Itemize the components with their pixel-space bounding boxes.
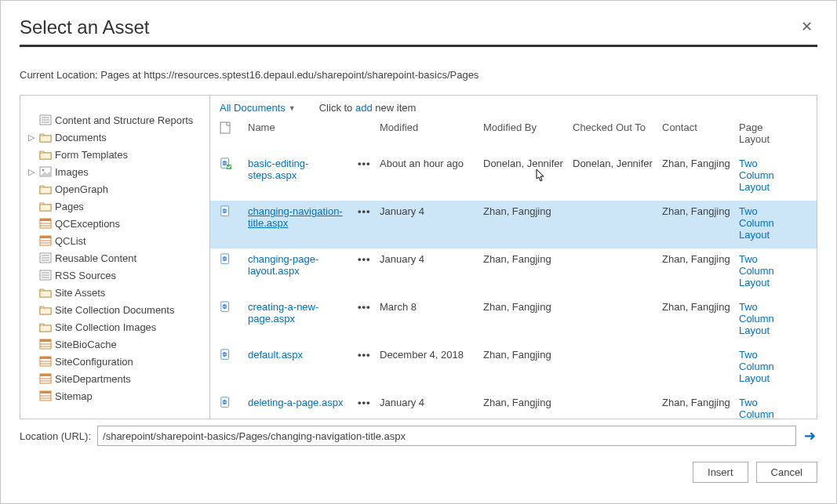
header-type[interactable] [220,121,248,145]
header-layout[interactable]: Page Layout [739,121,788,145]
page-icon [220,158,248,172]
svg-rect-15 [40,236,51,238]
view-selector-label: All Documents [220,102,286,114]
tree-item[interactable]: Sitemap [27,387,203,404]
row-layout-link[interactable]: Two Column Layout [739,397,788,419]
row-modifiedby: Zhan, Fangjing [483,301,573,313]
row-layout-link[interactable]: Two Column Layout [739,301,788,336]
row-name-link[interactable]: deleting-a-page.aspx [248,397,358,408]
folder-icon [39,131,52,143]
row-modified: January 4 [380,397,483,408]
close-button[interactable]: ✕ [796,16,817,37]
row-modified: January 4 [380,253,483,265]
tree-item-label: Form Templates [55,149,128,161]
row-menu-button[interactable]: ••• [358,205,380,217]
tree-item[interactable]: Site Collection Documents [27,301,203,318]
tree-item[interactable]: Site Assets [27,284,203,301]
tree-item-label: Site Assets [55,287,105,299]
table-row[interactable]: default.aspx•••December 4, 2018Zhan, Fan… [210,344,817,392]
row-checkedout: Donelan, Jennifer [573,158,662,169]
table-row[interactable]: creating-a-new-page.aspx•••March 8Zhan, … [210,296,817,344]
svg-rect-38 [40,374,51,376]
row-modified: January 4 [380,205,483,217]
row-modifiedby: Zhan, Fangjing [483,397,573,408]
row-name-link[interactable]: changing-navigation-title.aspx [248,205,358,229]
svg-rect-5 [40,153,51,159]
folder-icon [39,303,52,316]
insert-button[interactable]: Insert [693,462,748,483]
row-layout-link[interactable]: Two Column Layout [739,349,788,384]
tree-item[interactable]: OpenGraph [27,180,203,198]
row-modified: December 4, 2018 [380,349,483,361]
row-layout-link[interactable]: Two Column Layout [739,158,788,193]
row-contact: Zhan, Fangjing [662,253,739,265]
tree-item[interactable]: SiteConfiguration [27,353,203,370]
list-icon [39,252,52,264]
row-menu-button[interactable]: ••• [358,158,380,169]
tree-item-label: OpenGraph [55,183,108,195]
svg-rect-4 [40,136,51,142]
row-menu-button[interactable]: ••• [358,349,380,361]
tree-item-label: Documents [55,132,107,143]
row-menu-button[interactable]: ••• [358,253,380,265]
add-new-item[interactable]: Click to add new item [319,102,417,114]
tree-item-label: SiteConfiguration [55,356,133,368]
expand-icon[interactable]: ▷ [27,132,36,143]
row-contact: Zhan, Fangjing [662,397,739,408]
header-modified[interactable]: Modified [380,121,483,145]
tree-item[interactable]: Pages [27,198,203,215]
location-url-input[interactable] [97,426,796,446]
row-name-link[interactable]: changing-page-layout.aspx [248,253,358,277]
table-row[interactable]: changing-navigation-title.aspx•••January… [210,201,817,248]
column-headers: Name Modified Modified By Checked Out To… [210,121,817,153]
go-arrow-button[interactable]: ➜ [802,427,817,444]
row-name-link[interactable]: default.aspx [248,349,358,361]
add-prefix: Click to [319,102,355,114]
tree-item[interactable]: ▷Documents [27,129,203,146]
row-menu-button[interactable]: ••• [358,397,380,408]
folder-icon [39,183,52,195]
chevron-down-icon: ▼ [289,104,296,112]
tree-item[interactable]: QCList [27,232,203,249]
svg-rect-34 [40,357,51,359]
location-url-label: Location (URL): [20,430,91,442]
tree-item[interactable]: Site Collection Images [27,318,203,335]
row-menu-button[interactable]: ••• [358,301,380,313]
add-link: add [355,102,375,114]
header-checkedout[interactable]: Checked Out To [573,121,662,145]
svg-rect-8 [40,187,51,194]
svg-rect-42 [40,391,51,393]
tree-item[interactable]: Reusable Content [27,249,203,267]
table-row[interactable]: deleting-a-page.aspx•••January 4Zhan, Fa… [210,392,817,419]
tree-item[interactable]: SiteBioCache [27,335,203,353]
tree-item[interactable]: RSS Sources [27,267,203,284]
folder-icon [39,148,52,161]
svg-rect-45 [220,122,230,133]
dialog-title: Select an Asset [20,16,149,38]
current-location: Current Location: Pages at https://resou… [20,69,817,81]
row-name-link[interactable]: creating-a-new-page.aspx [248,301,358,325]
tree-item[interactable]: SiteDepartments [27,370,203,387]
tree-item[interactable]: Content and Structure Reports [27,111,203,129]
page-icon [220,253,248,268]
tree-item-label: SiteBioCache [55,339,117,350]
row-contact: Zhan, Fangjing [662,301,739,313]
row-name-link[interactable]: basic-editing-steps.aspx [248,158,358,181]
page-icon [220,205,248,220]
tree-item[interactable]: QCExceptions [27,215,203,232]
cancel-button[interactable]: Cancel [756,462,817,483]
header-name[interactable]: Name [248,121,358,145]
row-layout-link[interactable]: Two Column Layout [739,205,788,241]
tree-item[interactable]: ▷Images [27,163,203,180]
svg-rect-30 [40,339,51,342]
table-row[interactable]: basic-editing-steps.aspx•••About an hour… [210,153,817,201]
header-modifiedby[interactable]: Modified By [483,121,573,145]
expand-icon[interactable]: ▷ [27,167,36,177]
header-contact[interactable]: Contact [662,121,739,145]
view-selector[interactable]: All Documents ▼ [220,102,296,114]
page-icon [220,397,248,412]
tree-item[interactable]: Form Templates [27,146,203,163]
table-row[interactable]: changing-page-layout.aspx•••January 4Zha… [210,248,817,296]
row-layout-link[interactable]: Two Column Layout [739,253,788,288]
tree-item-label: Content and Structure Reports [55,114,193,126]
